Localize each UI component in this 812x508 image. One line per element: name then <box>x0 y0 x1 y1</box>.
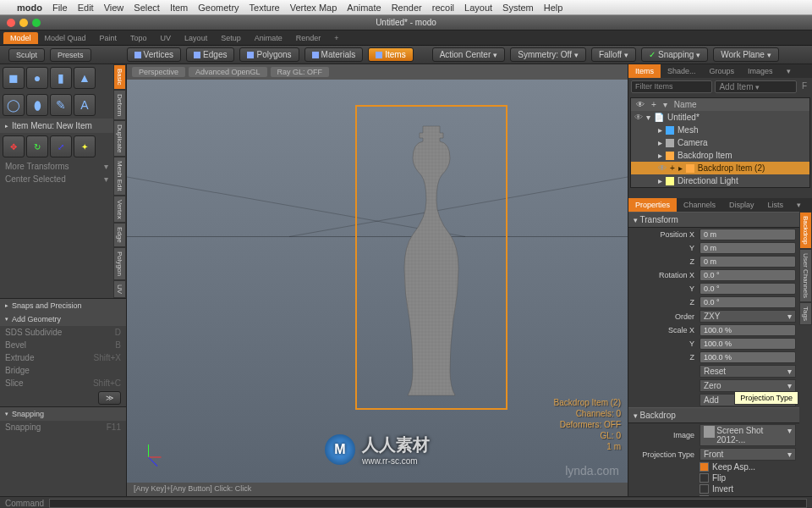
rtab-shade[interactable]: Shade... <box>661 64 703 78</box>
scene-item-backdrop1[interactable]: ▸ Backdrop Item <box>631 149 809 162</box>
falloff-button[interactable]: Falloff ▾ <box>591 47 636 62</box>
primitive-cylinder-button[interactable]: ▮ <box>50 67 72 89</box>
action-center-button[interactable]: Action Center ▾ <box>432 47 506 62</box>
presets-button[interactable]: Presets <box>50 48 91 62</box>
bevel-item[interactable]: Bevel <box>5 340 115 350</box>
viewport-3d[interactable]: Backdrop Item (2) Channels: 0 Deformers:… <box>127 80 628 483</box>
tab-add[interactable]: + <box>327 32 345 44</box>
center-selected-label[interactable]: Center Selected <box>5 174 104 184</box>
backdrop-selection-frame[interactable] <box>355 105 508 410</box>
tab-topo[interactable]: Topo <box>123 32 154 44</box>
blend-checkbox[interactable] <box>700 495 709 496</box>
vtab-polygon[interactable]: Polygon <box>113 247 126 280</box>
sculpt-button[interactable]: Sculpt <box>8 48 45 62</box>
keep-aspect-checkbox[interactable] <box>700 462 709 472</box>
rtab-groups[interactable]: Groups <box>703 64 742 78</box>
tab-animate[interactable]: Animate <box>248 32 289 44</box>
tab-uv[interactable]: UV <box>154 32 178 44</box>
mode-edges-button[interactable]: Edges <box>186 47 234 62</box>
rvtab-backdrop[interactable]: Backdrop <box>799 212 812 249</box>
menu-recoil[interactable]: recoil <box>432 3 454 13</box>
menu-vertexmap[interactable]: Vertex Map <box>290 3 337 13</box>
snapping-header[interactable]: Snapping <box>0 407 126 421</box>
rtab-more[interactable]: ▾ <box>780 64 798 78</box>
sds-subdivide-item[interactable]: SDS Subdivide <box>5 328 115 337</box>
viewport-tab-raygl[interactable]: Ray GL: OFF <box>271 67 330 77</box>
bridge-item[interactable]: Bridge <box>5 366 121 375</box>
primitive-sphere-button[interactable]: ● <box>26 67 48 89</box>
position-z-input[interactable]: 0 m <box>700 256 796 268</box>
add-item-dropdown[interactable]: Add Item ▾ <box>715 80 796 93</box>
ptab-channels[interactable]: Channels <box>677 198 722 212</box>
zoom-window-icon[interactable] <box>32 19 41 27</box>
menu-help[interactable]: Help <box>544 3 563 13</box>
vtab-vertex[interactable]: Vertex <box>113 196 126 224</box>
projection-type-dropdown[interactable]: Front▾ <box>700 448 796 461</box>
menu-layout[interactable]: Layout <box>464 3 492 13</box>
filter-items-input[interactable]: Filter Items <box>631 80 712 93</box>
symmetry-button[interactable]: Symmetry: Off ▾ <box>510 47 586 62</box>
menu-select[interactable]: Select <box>134 3 160 13</box>
ptab-lists[interactable]: Lists <box>761 198 791 212</box>
scene-item-root[interactable]: 👁▾📄 Untitled* <box>631 111 809 124</box>
scene-item-light[interactable]: ▸ Directional Light <box>631 174 809 187</box>
scale-tool-button[interactable]: ⤢ <box>50 135 72 157</box>
primitive-torus-button[interactable]: ◯ <box>3 94 25 116</box>
mode-materials-button[interactable]: Materials <box>304 47 364 62</box>
tab-setup[interactable]: Setup <box>214 32 248 44</box>
transform-section-header[interactable]: ▾ Transform <box>628 212 799 228</box>
vtab-meshedit[interactable]: Mesh Edit <box>113 157 126 196</box>
vtab-deform[interactable]: Deform <box>113 90 126 120</box>
tab-paint[interactable]: Paint <box>93 32 124 44</box>
more-geo-button[interactable]: ≫ <box>98 391 121 405</box>
rtab-items[interactable]: Items <box>628 64 661 78</box>
command-input[interactable] <box>49 499 807 508</box>
primitive-text-button[interactable]: A <box>74 94 96 116</box>
backdrop-section-header[interactable]: ▾ Backdrop <box>628 407 799 423</box>
mode-vertices-button[interactable]: Vertices <box>127 47 182 62</box>
tab-render[interactable]: Render <box>289 32 328 44</box>
menu-geometry[interactable]: Geometry <box>198 3 239 13</box>
menu-file[interactable]: File <box>52 3 68 13</box>
app-menu[interactable]: modo <box>17 3 42 13</box>
tab-model-quad[interactable]: Model Quad <box>38 32 93 44</box>
more-transforms-label[interactable]: More Transforms <box>5 162 104 171</box>
rotation-y-input[interactable]: 0.0 ° <box>700 283 796 295</box>
rvtab-userchannels[interactable]: User Channels <box>799 249 812 302</box>
mode-items-button[interactable]: Items <box>368 47 413 62</box>
primitive-pen-button[interactable]: ✎ <box>50 94 72 116</box>
menu-item[interactable]: Item <box>170 3 188 13</box>
rtab-images[interactable]: Images <box>741 64 780 78</box>
rotation-x-input[interactable]: 0.0 ° <box>700 269 796 281</box>
flip-checkbox[interactable] <box>700 473 709 483</box>
tab-model[interactable]: Model <box>3 32 38 44</box>
close-window-icon[interactable] <box>7 19 15 27</box>
scale-y-input[interactable]: 100.0 % <box>700 338 796 350</box>
scale-z-input[interactable]: 100.0 % <box>700 351 796 363</box>
workplane-button[interactable]: Work Plane ▾ <box>713 47 779 62</box>
slice-item[interactable]: Slice <box>5 378 93 388</box>
scale-x-input[interactable]: 100.0 % <box>700 324 796 336</box>
position-y-input[interactable]: 0 m <box>700 242 796 254</box>
scene-item-mesh[interactable]: ▸ Mesh <box>631 124 809 136</box>
vtab-uv[interactable]: UV <box>113 280 126 298</box>
menu-animate[interactable]: Animate <box>347 3 381 13</box>
scene-item-camera[interactable]: ▸ Camera <box>631 136 809 149</box>
menu-render[interactable]: Render <box>392 3 422 13</box>
menu-system[interactable]: System <box>502 3 534 13</box>
rvtab-tags[interactable]: Tags <box>799 302 812 325</box>
snapping-button[interactable]: ✓ Snapping ▾ <box>641 47 708 62</box>
snaps-precision-header[interactable]: Snaps and Precision <box>0 299 126 312</box>
menu-edit[interactable]: Edit <box>78 3 94 13</box>
snapping-item[interactable]: Snapping <box>5 422 107 432</box>
menu-view[interactable]: View <box>104 3 124 13</box>
viewport-tab-perspective[interactable]: Perspective <box>132 67 185 77</box>
vtab-basic[interactable]: Basic <box>113 64 126 90</box>
extrude-item[interactable]: Extrude <box>5 353 93 362</box>
mode-polygons-button[interactable]: Polygons <box>239 47 299 62</box>
move-tool-button[interactable]: ✥ <box>3 135 25 157</box>
rotation-z-input[interactable]: 0.0 ° <box>700 296 796 308</box>
rotate-tool-button[interactable]: ↻ <box>26 135 48 157</box>
scene-item-backdrop2[interactable]: 👁+▸ Backdrop Item (2) <box>631 162 809 174</box>
ptab-more[interactable]: ▾ <box>790 198 808 212</box>
